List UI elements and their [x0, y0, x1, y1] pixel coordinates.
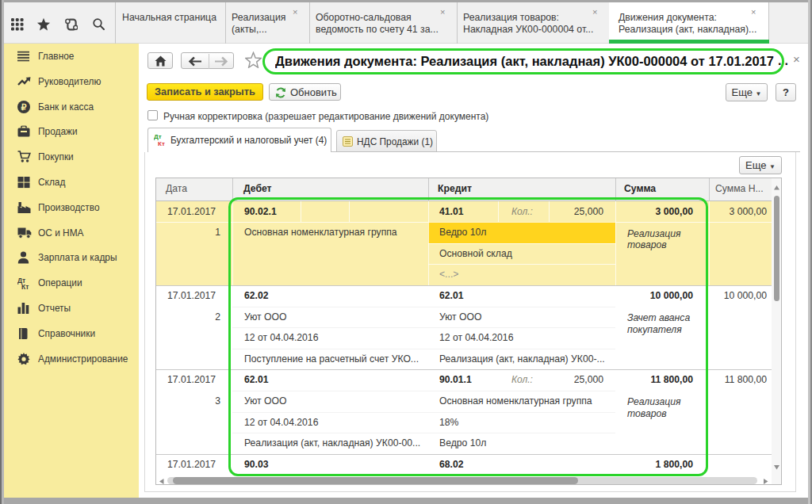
svg-text:Дт: Дт [154, 133, 162, 140]
svg-text:Кт: Кт [158, 140, 165, 147]
svg-text:Кт: Кт [21, 283, 29, 290]
svg-text:₽: ₽ [21, 102, 27, 112]
